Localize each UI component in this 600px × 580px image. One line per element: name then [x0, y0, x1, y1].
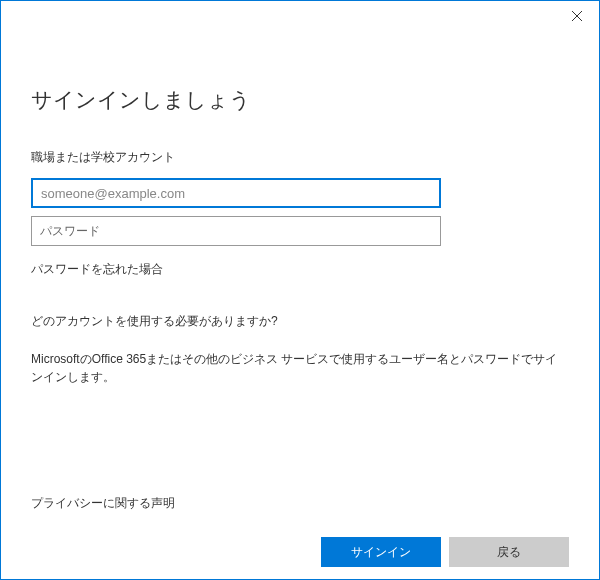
signin-dialog: サインインしましょう 職場または学校アカウント パスワードを忘れた場合 どのアカ…	[0, 0, 600, 580]
email-input[interactable]	[31, 178, 441, 208]
dialog-footer: プライバシーに関する声明 サインイン 戻る	[1, 495, 599, 579]
back-button[interactable]: 戻る	[449, 537, 569, 567]
close-icon	[572, 11, 582, 21]
forgot-password-link[interactable]: パスワードを忘れた場合	[31, 261, 569, 278]
privacy-link[interactable]: プライバシーに関する声明	[31, 495, 569, 512]
password-input[interactable]	[31, 216, 441, 246]
dialog-content: サインインしましょう 職場または学校アカウント パスワードを忘れた場合 どのアカ…	[1, 31, 599, 386]
signin-button[interactable]: サインイン	[321, 537, 441, 567]
account-type-label: 職場または学校アカウント	[31, 149, 569, 166]
close-button[interactable]	[554, 1, 599, 31]
which-account-text: どのアカウントを使用する必要がありますか?	[31, 313, 569, 330]
dialog-title: サインインしましょう	[31, 86, 569, 114]
info-text: MicrosoftのOffice 365またはその他のビジネス サービスで使用す…	[31, 350, 569, 386]
button-row: サインイン 戻る	[31, 537, 569, 567]
titlebar	[1, 1, 599, 31]
